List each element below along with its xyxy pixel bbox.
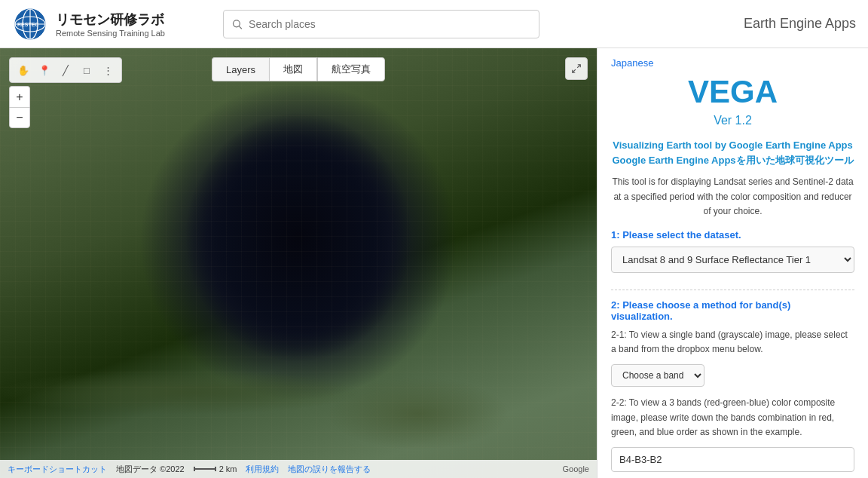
app-name-label: Earth Engine Apps bbox=[744, 16, 856, 32]
logo-title: リモセン研修ラボ bbox=[56, 11, 165, 29]
map-data-label: 地図データ ©2022 bbox=[116, 464, 185, 475]
logo-text: リモセン研修ラボ Remote Sensing Training Lab bbox=[56, 11, 165, 38]
logo-area: RESTEC リモセン研修ラボ Remote Sensing Training … bbox=[12, 6, 223, 42]
scale-bar: 2 km bbox=[194, 464, 237, 473]
svg-text:RESTEC: RESTEC bbox=[17, 22, 38, 27]
scale-bar-icon bbox=[194, 466, 216, 472]
panel-version: Ver 1.2 bbox=[611, 114, 854, 127]
subtitle-line1: Visualizing Earth tool by Google Earth E… bbox=[613, 139, 853, 151]
restec-logo-icon: RESTEC bbox=[12, 6, 48, 42]
right-panel: Japanese VEGA Ver 1.2 Visualizing Earth … bbox=[597, 48, 868, 478]
zoom-out-button[interactable]: − bbox=[9, 107, 30, 128]
marker-tool-btn[interactable]: 📍 bbox=[35, 61, 53, 79]
map-satellite-image bbox=[0, 48, 597, 478]
subtitle-line2: Google Earth Engine Appsを用いた地球可視化ツール bbox=[612, 155, 853, 166]
svg-line-8 bbox=[577, 65, 580, 68]
line-tool-btn[interactable]: ╱ bbox=[57, 61, 75, 79]
svg-rect-12 bbox=[215, 467, 216, 471]
section1-label: 1: Please select the dataset. bbox=[611, 229, 854, 241]
app-header: RESTEC リモセン研修ラボ Remote Sensing Training … bbox=[0, 0, 868, 48]
map-footer: キーボードショートカット 地図データ ©2022 2 km 利用規約 地図の誤り… bbox=[0, 460, 597, 478]
section2-desc21: 2-1: To view a single band (grayscale) i… bbox=[611, 328, 854, 357]
more-tool-btn[interactable]: ⋮ bbox=[99, 61, 117, 79]
terms-link[interactable]: 利用規約 bbox=[246, 464, 279, 475]
hand-tool-btn[interactable]: ✋ bbox=[14, 61, 32, 79]
svg-rect-10 bbox=[194, 468, 216, 470]
svg-rect-11 bbox=[194, 467, 195, 471]
shape-tool-btn[interactable]: □ bbox=[78, 61, 96, 79]
report-link[interactable]: 地図の誤りを報告する bbox=[288, 464, 371, 475]
search-input[interactable] bbox=[249, 18, 531, 30]
map-toolbar: ✋ 📍 ╱ □ ⋮ bbox=[9, 57, 122, 83]
keyboard-shortcut-link[interactable]: キーボードショートカット bbox=[8, 464, 107, 475]
logo-subtitle: Remote Sensing Training Lab bbox=[56, 29, 165, 38]
map-area[interactable]: ✋ 📍 ╱ □ ⋮ Layers 地図 航空写真 + − キーボードショートカッ… bbox=[0, 48, 597, 478]
band-select[interactable]: Choose a band bbox=[611, 364, 704, 387]
dataset-select[interactable]: Landsat 8 and 9 Surface Reflectance Tier… bbox=[611, 247, 854, 273]
section2-label: 2: Please choose a method for band(s) vi… bbox=[611, 299, 854, 322]
section2-desc22: 2-2: To view a 3 bands (red-green-blue) … bbox=[611, 396, 854, 440]
satellite-view-button[interactable]: 航空写真 bbox=[317, 57, 385, 81]
search-bar[interactable] bbox=[223, 10, 539, 38]
map-view-button[interactable]: 地図 bbox=[269, 57, 317, 81]
map-type-group: Layers 地図 航空写真 bbox=[212, 57, 385, 81]
svg-line-7 bbox=[239, 26, 241, 28]
panel-title: VEGA bbox=[611, 73, 854, 111]
google-watermark: Google bbox=[563, 464, 589, 473]
language-link[interactable]: Japanese bbox=[611, 57, 854, 69]
zoom-controls: + − bbox=[9, 86, 30, 128]
rgb-input[interactable] bbox=[611, 447, 854, 472]
svg-point-6 bbox=[234, 20, 240, 26]
svg-line-9 bbox=[573, 69, 576, 72]
fullscreen-button[interactable] bbox=[565, 57, 588, 80]
layers-button[interactable]: Layers bbox=[212, 57, 269, 81]
divider bbox=[611, 290, 854, 290]
panel-subtitle: Visualizing Earth tool by Google Earth E… bbox=[611, 138, 854, 167]
fullscreen-icon bbox=[571, 63, 582, 74]
zoom-in-button[interactable]: + bbox=[9, 86, 30, 107]
search-icon bbox=[231, 18, 243, 30]
scale-label: 2 km bbox=[219, 464, 237, 473]
panel-description: This tool is for displaying Landsat seri… bbox=[611, 175, 854, 219]
main-content: ✋ 📍 ╱ □ ⋮ Layers 地図 航空写真 + − キーボードショートカッ… bbox=[0, 48, 868, 478]
